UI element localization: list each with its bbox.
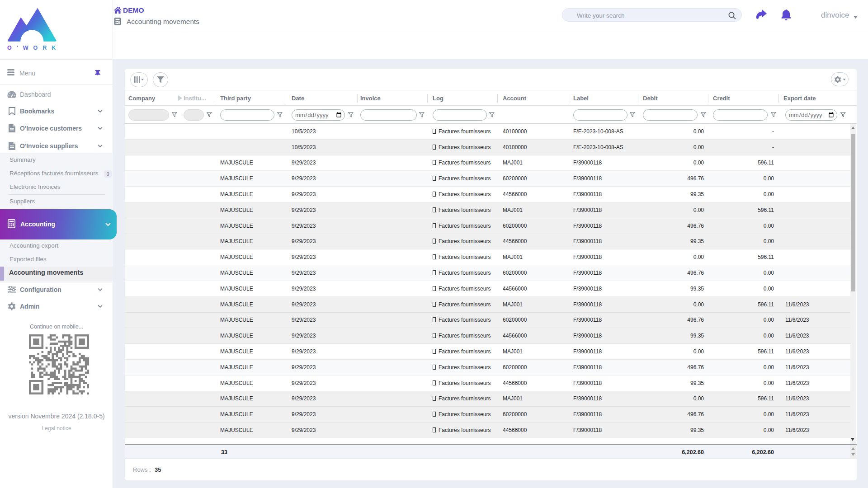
svg-text:O'WORK: O'WORK [7, 45, 57, 51]
